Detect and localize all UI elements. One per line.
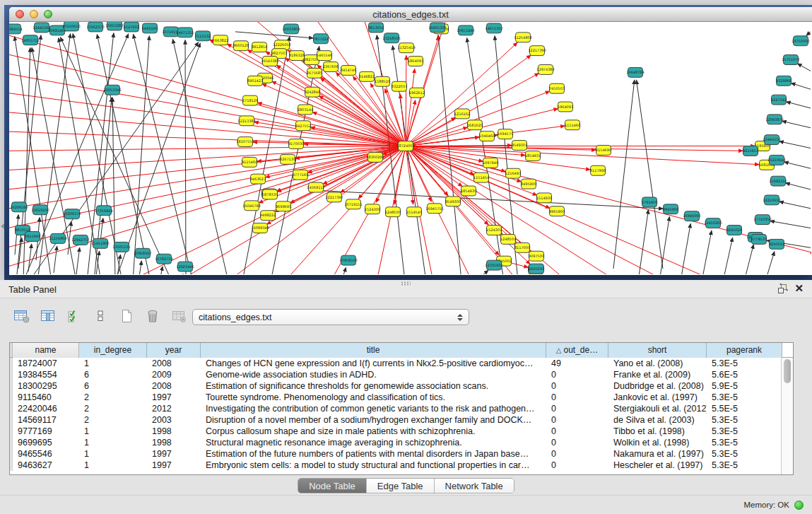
float-panel-icon[interactable] [777,284,788,294]
graph-edge[interactable] [779,201,811,209]
graph-node[interactable]: 12942757 [71,235,89,245]
graph-node[interactable]: 18724007 [396,141,414,151]
graph-node[interactable]: 9245021 [769,239,784,249]
graph-edge[interactable] [702,230,712,274]
graph-edge[interactable] [172,40,228,274]
graph-node[interactable]: 9097500 [529,251,544,261]
graph-node[interactable]: 1248500 [385,207,401,217]
graph-node[interactable]: 1097949 [483,158,498,168]
graph-node[interactable]: 20150610 [62,22,80,31]
graph-node[interactable]: 17359924 [95,206,112,216]
graph-edge[interactable] [765,252,775,274]
graph-node[interactable]: 10958167 [134,248,151,258]
graph-node[interactable]: 1681620 [467,120,483,130]
graph-edge[interactable] [659,217,669,274]
graph-node[interactable]: 1588520 [375,76,390,86]
graph-node[interactable]: 8945900 [663,204,678,214]
table-column-icon[interactable] [39,308,57,324]
graph-edge[interactable] [782,121,811,127]
graph-node[interactable]: 8186328 [289,51,305,61]
graph-edge[interactable] [134,35,193,274]
table-settings-icon[interactable] [13,308,31,324]
graph-node[interactable]: 12335600 [485,260,502,270]
graph-node[interactable]: 9777169 [293,170,308,180]
graph-node[interactable]: 7450503 [549,83,565,93]
graph-node[interactable]: 12217397 [325,192,343,202]
graph-node[interactable]: 13505135 [112,242,130,252]
graph-edge[interactable] [406,146,530,264]
graph-node[interactable]: 1524301 [486,226,502,235]
graph-node[interactable]: 12450200 [704,218,722,228]
graph-node[interactable]: 1964093 [558,102,573,112]
graph-node[interactable]: 14671350 [485,23,502,33]
graph-node[interactable]: 13218506 [382,33,400,43]
graph-node[interactable]: 8901423 [247,76,263,86]
graph-node[interactable]: 8117999 [590,165,606,175]
graph-node[interactable]: 9245000 [529,264,544,274]
graph-node[interactable]: 9699695 [276,201,291,211]
graph-edge[interactable] [770,221,811,228]
table-selector-dropdown[interactable]: citations_edges.txt [192,309,469,325]
graph-node[interactable]: 16210643 [767,155,785,165]
graph-node[interactable]: 9549301 [512,141,527,151]
graph-node[interactable]: 26206590 [10,202,28,212]
graph-node[interactable]: 13562370 [86,22,104,32]
graph-node[interactable]: 16046798 [242,201,260,211]
graph-node[interactable]: 1527602 [124,22,139,32]
graph-node[interactable]: 9242848 [305,87,320,97]
column-header-year[interactable]: year [147,343,201,358]
scrollbar-thumb[interactable] [784,359,791,383]
graph-edge[interactable] [791,83,811,90]
table-row[interactable]: 946554611997Estimation of the future num… [10,448,793,460]
graph-node[interactable]: 1864093 [408,57,423,66]
graph-node[interactable]: 7515532 [195,31,211,41]
graph-node[interactable]: 1854931 [525,151,541,160]
graph-edge[interactable] [786,183,811,189]
graph-edge[interactable] [723,238,733,274]
network-window-titlebar[interactable]: citations_edges.txt [9,7,812,22]
graph-node[interactable]: 16033809 [282,24,300,34]
graph-edge[interactable] [779,141,811,148]
graph-node[interactable]: 16605330 [428,23,446,33]
column-header-name[interactable]: name [13,343,79,358]
graph-node[interactable]: 16946000 [683,211,700,221]
graph-node[interactable]: 9215953 [743,146,758,156]
graph-edge[interactable] [637,80,663,269]
graph-edge[interactable] [806,32,811,35]
graph-node[interactable]: 9549300 [445,197,461,206]
graph-edge[interactable] [28,244,32,271]
panel-resize-grip[interactable] [401,281,411,286]
graph-node[interactable]: 19750000 [792,36,809,46]
graph-node[interactable]: 16543382 [261,57,278,66]
table-row[interactable]: 969969511998Structural magnetic resonanc… [10,437,793,448]
graph-node[interactable]: 1514545 [406,207,422,217]
graph-node[interactable]: 11254808 [514,33,531,42]
graph-node[interactable]: 2675685 [307,68,322,78]
table-row[interactable]: 911546021997Tourette syndrome. Phenomeno… [10,392,793,403]
new-file-icon[interactable] [117,308,136,324]
column-header-title[interactable]: title [201,343,546,358]
graph-node[interactable]: 14569117 [307,182,324,192]
graph-node[interactable]: 1216162 [454,109,470,119]
graph-edge[interactable] [139,261,141,274]
graph-node[interactable]: 8813054 [368,23,384,33]
graph-node[interactable]: 16648784 [626,67,644,77]
graph-node[interactable]: 11325419 [397,43,415,53]
graph-node[interactable]: 8660128 [233,41,249,51]
graph-node[interactable]: 12210650 [763,195,780,205]
graph-node[interactable]: 17710350 [753,215,771,225]
graph-edge[interactable] [235,32,313,38]
graph-node[interactable]: 20053346 [103,85,121,95]
graph-node[interactable]: 15619100 [31,205,49,215]
graph-edge[interactable] [54,246,57,273]
graph-node[interactable]: 11451900 [91,238,109,248]
graph-node[interactable]: 2718126 [242,95,258,105]
graph-node[interactable]: 15751070 [782,55,799,65]
graph-edge[interactable] [9,146,406,151]
graph-node[interactable]: 8322037 [392,81,407,91]
graph-node[interactable]: 10653287 [105,22,123,30]
graph-edge[interactable] [341,268,346,274]
graph-edge[interactable] [784,162,811,168]
tab-network-table[interactable]: Network Table [435,479,514,493]
graph-node[interactable]: 9245020 [726,226,742,235]
